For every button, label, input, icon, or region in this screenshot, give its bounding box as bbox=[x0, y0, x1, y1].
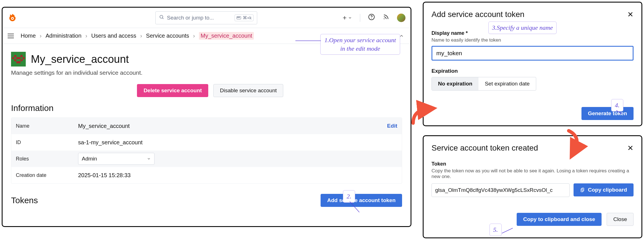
info-label: Roles bbox=[16, 156, 78, 162]
info-label: ID bbox=[16, 140, 78, 145]
roles-select[interactable]: Admin bbox=[78, 153, 154, 165]
display-name-input[interactable] bbox=[432, 46, 634, 61]
search-input[interactable]: Search or jump to... ⌘+k bbox=[155, 11, 257, 24]
token-value[interactable]: glsa_OlmTmQ8clfgVc438ywXWg5cLSxRcvsOl_c bbox=[432, 183, 570, 197]
callout-2: 2. bbox=[343, 190, 355, 203]
chevron-right-icon: › bbox=[85, 33, 87, 39]
section-tokens: Tokens bbox=[11, 196, 38, 205]
chevron-right-icon: › bbox=[193, 33, 195, 39]
svg-rect-13 bbox=[14, 55, 16, 57]
account-subtitle: Manage settings for an individual servic… bbox=[11, 69, 402, 76]
roles-value: Admin bbox=[82, 156, 97, 162]
token-hint: Copy the token now as you will not be ab… bbox=[432, 168, 634, 179]
disable-service-account-button[interactable]: Disable service account bbox=[213, 84, 283, 97]
info-label: Name bbox=[16, 123, 78, 129]
copy-clipboard-button[interactable]: Copy clipboard bbox=[574, 183, 634, 196]
info-row-created: Creation date 2025-01-15 15:28:33 bbox=[11, 167, 402, 183]
svg-point-2 bbox=[160, 15, 163, 18]
expiration-segmented: No expiration Set expiration date bbox=[432, 77, 536, 91]
crumb-service-accounts[interactable]: Service accounts bbox=[146, 33, 189, 39]
svg-rect-16 bbox=[16, 57, 21, 59]
svg-rect-18 bbox=[14, 59, 16, 61]
crumb-home[interactable]: Home bbox=[21, 33, 36, 39]
info-label: Creation date bbox=[16, 172, 78, 178]
svg-point-12 bbox=[384, 18, 385, 19]
crumb-current: My_service_account bbox=[199, 32, 254, 40]
dialog-title: Service account token created bbox=[432, 143, 538, 153]
copy-and-close-button[interactable]: Copy to clipboard and close bbox=[517, 213, 602, 226]
svg-rect-6 bbox=[238, 17, 239, 18]
info-table: Name My_service_account Edit ID sa-1-my_… bbox=[11, 117, 402, 184]
divider bbox=[360, 14, 360, 22]
info-row-roles: Roles Admin bbox=[11, 151, 402, 167]
edit-name-link[interactable]: Edit bbox=[387, 123, 397, 129]
info-row-name: Name My_service_account Edit bbox=[11, 118, 402, 134]
crumb-users-access[interactable]: Users and access bbox=[91, 33, 136, 39]
topbar-right bbox=[342, 14, 405, 22]
close-icon[interactable]: ✕ bbox=[627, 10, 634, 19]
svg-rect-14 bbox=[20, 55, 22, 57]
svg-rect-19 bbox=[20, 59, 22, 61]
section-information: Information bbox=[11, 103, 402, 113]
svg-point-1 bbox=[12, 18, 13, 19]
chevron-down-icon bbox=[147, 157, 151, 161]
copy-clipboard-label: Copy clipboard bbox=[588, 187, 627, 193]
token-created-dialog: Service account token created ✕ Token Co… bbox=[423, 135, 642, 238]
info-row-id: ID sa-1-my_service_account bbox=[11, 134, 402, 151]
search-icon bbox=[159, 14, 164, 21]
action-buttons: Delete service account Disable service a… bbox=[11, 84, 402, 97]
callout-4: 4. bbox=[611, 99, 623, 112]
token-label: Token bbox=[432, 161, 634, 167]
close-button[interactable]: Close bbox=[607, 213, 634, 226]
close-icon[interactable]: ✕ bbox=[627, 144, 634, 153]
crumb-admin[interactable]: Administration bbox=[46, 33, 81, 39]
service-account-avatar-icon bbox=[11, 52, 26, 67]
callout-5: 5. bbox=[490, 224, 502, 236]
topbar: Search or jump to... ⌘+k bbox=[3, 8, 411, 28]
expiration-none-tab[interactable]: No expiration bbox=[432, 77, 478, 90]
info-value: My_service_account bbox=[78, 123, 130, 129]
callout-1: 1.Open your service account in the edit … bbox=[320, 34, 400, 55]
account-title: My_service_account bbox=[31, 53, 129, 65]
svg-rect-5 bbox=[237, 17, 238, 18]
callout-3: 3.Specify a unique name bbox=[488, 22, 557, 34]
svg-point-11 bbox=[371, 18, 372, 19]
svg-rect-15 bbox=[12, 57, 14, 59]
expiration-date-tab[interactable]: Set expiration date bbox=[478, 77, 536, 90]
dialog-title: Add service account token bbox=[432, 10, 524, 19]
user-avatar[interactable] bbox=[397, 14, 405, 22]
add-token-dialog: Add service account token ✕ Display name… bbox=[423, 2, 642, 126]
grafana-logo-icon[interactable] bbox=[8, 13, 17, 23]
search-kbd-hint: ⌘+k bbox=[235, 14, 254, 21]
svg-line-3 bbox=[162, 18, 163, 19]
main-content: My_service_account Manage settings for a… bbox=[3, 44, 411, 215]
chevron-right-icon: › bbox=[40, 33, 42, 39]
chevron-right-icon: › bbox=[140, 33, 142, 39]
add-menu[interactable] bbox=[342, 15, 352, 21]
rss-icon[interactable] bbox=[383, 14, 389, 22]
search-placeholder: Search or jump to... bbox=[167, 15, 214, 21]
info-value: sa-1-my_service_account bbox=[78, 139, 143, 146]
add-service-account-token-button[interactable]: Add service account token bbox=[321, 194, 402, 207]
svg-rect-17 bbox=[23, 57, 25, 59]
info-value: 2025-01-15 15:28:33 bbox=[78, 172, 131, 179]
delete-service-account-button[interactable]: Delete service account bbox=[137, 84, 208, 97]
clipboard-icon bbox=[580, 187, 585, 192]
svg-rect-4 bbox=[237, 16, 241, 19]
help-icon[interactable] bbox=[368, 14, 375, 22]
expiration-label: Expiration bbox=[432, 68, 634, 74]
generate-token-button[interactable]: Generate token bbox=[581, 107, 634, 120]
menu-icon[interactable] bbox=[8, 34, 14, 38]
display-name-hint: Name to easily identify the token bbox=[432, 37, 634, 43]
svg-rect-20 bbox=[16, 61, 21, 63]
svg-rect-7 bbox=[239, 17, 240, 18]
